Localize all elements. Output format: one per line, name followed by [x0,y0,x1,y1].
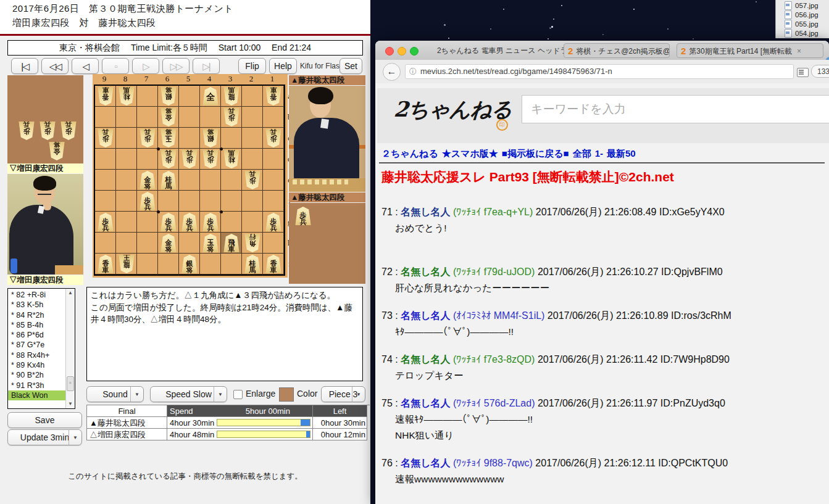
board-square-2d[interactable] [242,149,263,170]
white-piece[interactable]: 歩兵 [97,129,114,147]
board-square-6h[interactable]: 金将 [158,233,179,254]
move-item[interactable]: * 85 B-4h [8,320,65,330]
chevron-down-icon[interactable]: ▼ [130,387,143,402]
board-square-7h[interactable] [137,233,158,254]
board-square-5d[interactable]: 歩兵 [179,149,200,170]
captured-piece[interactable]: 歩兵 [39,122,56,140]
result-item[interactable]: Black Won [8,390,65,400]
board-square-6g[interactable]: 歩兵 [158,212,179,233]
board-square-3d[interactable]: 桂馬 [221,149,242,170]
board-square-6i[interactable] [158,254,179,275]
color-swatch[interactable] [279,387,294,402]
black-piece[interactable]: 桂馬 [244,255,261,273]
board-square-1f[interactable] [263,191,284,212]
move-item[interactable]: * 89 Kx4h [8,360,65,370]
black-piece[interactable]: 飛車 [223,234,240,252]
move-item[interactable]: * 91 R*3h [8,381,65,390]
white-piece[interactable]: 銀将 [202,129,219,147]
move-item[interactable]: * 86 P*6d [8,330,65,340]
white-piece[interactable]: 金将 [160,108,177,126]
shogi-board[interactable]: 987654321 香車桂馬銀将全龍馬香車金将歩兵歩兵歩兵玉将銀将歩兵歩兵歩兵歩… [93,74,288,278]
white-piece[interactable]: 香車 [97,87,114,105]
file-item[interactable]: 057.jpg [785,1,819,10]
white-piece[interactable]: 玉将 [160,129,177,147]
board-square-1d[interactable] [263,149,284,170]
info-icon[interactable]: ⓘ [409,67,417,76]
board-square-3b[interactable]: 歩兵 [221,107,242,128]
back-icon[interactable]: ← [383,63,401,81]
black-piece[interactable]: 金将 [139,171,156,189]
black-piece[interactable]: 桂馬 [160,171,177,189]
close-icon[interactable] [385,47,394,56]
move-item[interactable]: * 83 K-5h [8,300,65,310]
board-square-8f[interactable] [116,191,137,212]
board-square-1c[interactable]: 歩兵 [263,128,284,149]
board-square-9c[interactable]: 歩兵 [95,128,116,149]
white-piece[interactable]: 歩兵 [223,108,240,126]
board-square-1a[interactable]: 香車 [263,86,284,107]
board-square-4i[interactable] [200,254,221,275]
browser-tab-3[interactable]: 2第30期竜王戦 Part14 [無断転載× [677,43,823,58]
black-piece[interactable]: 歩兵 [160,213,177,231]
board-square-4f[interactable] [200,191,221,212]
board-square-4a[interactable]: 全 [200,86,221,107]
black-piece[interactable]: 歩兵 [265,213,282,231]
board-square-9g[interactable]: 歩兵 [95,212,116,233]
captured-piece[interactable]: 金将 [48,142,65,160]
enlarge-checkbox[interactable] [233,390,243,399]
nav-link[interactable]: ★スマホ版★ [442,148,498,159]
black-piece[interactable]: 香車 [97,255,114,273]
board-square-4d[interactable]: 歩兵 [200,149,221,170]
board-square-4e[interactable] [200,170,221,191]
board-square-5c[interactable] [179,128,200,149]
board-square-5e[interactable] [179,170,200,191]
black-piece[interactable]: 銀将 [181,255,198,273]
board-square-9d[interactable] [95,149,116,170]
search-input[interactable]: キーワードを入力 [522,95,829,123]
board-square-4c[interactable]: 銀将 [200,128,221,149]
board-square-5h[interactable] [179,233,200,254]
board-square-8g[interactable] [116,212,137,233]
board-square-9a[interactable]: 香車 [95,86,116,107]
board-square-2h[interactable]: 角行 [242,233,263,254]
nav-link[interactable]: ■掲示板に戻る■ [502,148,569,159]
chevron-down-icon[interactable]: ▼ [214,387,227,402]
board-square-9i[interactable]: 香車 [95,254,116,275]
file-item[interactable]: 054.jpg [785,29,819,38]
counter-badge[interactable]: 133 [811,65,829,78]
white-piece[interactable]: 角行 [244,234,261,252]
poster-name[interactable]: 名無し名人 [401,458,450,468]
board-square-3g[interactable] [221,212,242,233]
move-item[interactable]: * 90 B*2h [8,370,65,380]
white-piece[interactable]: 龍王 [118,255,135,273]
move-list[interactable]: * 82 +R-8i* 83 K-5h* 84 R*2h* 85 B-4h* 8… [7,288,75,409]
board-square-1b[interactable] [263,107,284,128]
board-square-1i[interactable]: 香車 [263,254,284,275]
chevron-down-icon[interactable]: ▼ [352,387,365,402]
address-input[interactable]: ⓘmevius.2ch.net/test/read.cgi/bgame/1498… [405,64,794,79]
scrollbar-thumb[interactable]: ≡ [67,376,74,391]
board-square-4g[interactable]: 歩兵 [200,212,221,233]
black-piece[interactable]: 金将 [160,234,177,252]
poster-name[interactable]: 名無し名人 [401,354,450,365]
board-square-2g[interactable] [242,212,263,233]
board-square-2a[interactable] [242,86,263,107]
board-square-7a[interactable] [137,86,158,107]
white-piece[interactable]: 歩兵 [139,129,156,147]
minimize-icon[interactable] [398,47,406,56]
board-square-7d[interactable] [137,149,158,170]
board-square-2i[interactable]: 桂馬 [242,254,263,275]
board-square-6b[interactable]: 金将 [158,107,179,128]
board-grid[interactable]: 香車桂馬銀将全龍馬香車金将歩兵歩兵歩兵玉将銀将歩兵歩兵歩兵歩兵桂馬金将桂馬歩兵歩… [94,85,285,276]
white-piece[interactable]: 桂馬 [223,150,240,168]
white-piece[interactable]: 歩兵 [181,150,198,168]
move-item[interactable]: * 88 Rx4h+ [8,350,65,360]
speed-dropdown[interactable]: Speed Slow ▼ [150,386,227,402]
board-square-8d[interactable] [116,149,137,170]
help-button[interactable]: Help [269,58,297,74]
board-square-9b[interactable] [95,107,116,128]
board-square-8b[interactable] [116,107,137,128]
board-square-7f[interactable]: 歩兵 [137,191,158,212]
board-square-6f[interactable] [158,191,179,212]
white-piece[interactable]: 銀将 [160,87,177,105]
